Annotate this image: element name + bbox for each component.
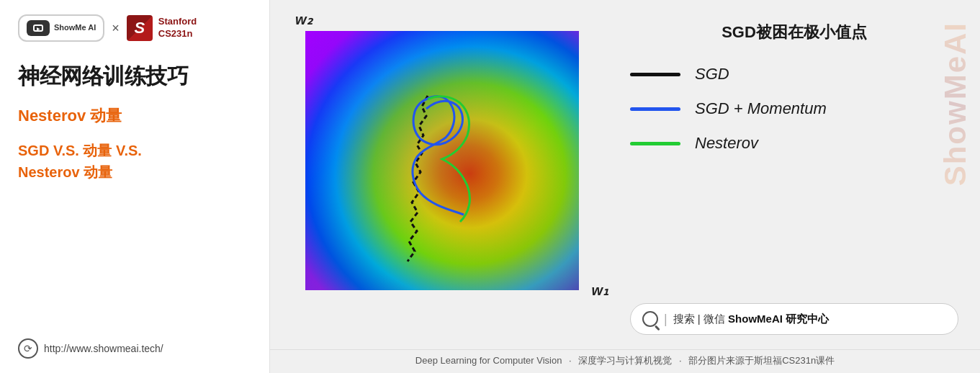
showmeai-logo-box: ShowMe AI: [18, 14, 104, 42]
subtitle-comparison: SGD V.S. 动量 V.S. Nesterov 动量: [18, 140, 251, 183]
showmeai-icon: [27, 20, 50, 36]
logo-area: ShowMe AI × S Stanford CS231n: [18, 14, 251, 42]
legend-item-sgd-momentum: SGD + Momentum: [630, 99, 958, 118]
link-text: http://www.showmeai.tech/: [44, 343, 163, 354]
legend-line-sgd: [630, 73, 680, 76]
cross-symbol: ×: [112, 21, 120, 36]
watermark: ShowMeAI: [938, 22, 973, 186]
chart-svg: [305, 31, 579, 290]
legend-item-nesterov: Nesterov: [630, 134, 958, 153]
legend-item-sgd: SGD: [630, 65, 958, 84]
bottom-link[interactable]: ⟳ http://www.showmeai.tech/: [18, 331, 251, 359]
stanford-text: Stanford CS231n: [158, 16, 197, 40]
axis-w2-label: w₂: [295, 11, 313, 28]
legend-items: SGD SGD + Momentum Nesterov: [630, 65, 958, 303]
play-icon: [33, 24, 43, 32]
legend-label-momentum: SGD + Momentum: [695, 99, 827, 118]
chart-container: w₂ w₁: [270, 0, 616, 349]
main-title: 神经网络训练技巧: [18, 62, 251, 90]
showmeai-label: ShowMe AI: [54, 23, 96, 32]
footer: Deep Learning for Computer Vision · 深度学习…: [270, 349, 980, 373]
legend-line-nesterov: [630, 142, 680, 145]
subtitle-nesterov: Nesterov 动量: [18, 106, 251, 127]
left-panel: ShowMe AI × S Stanford CS231n 神经网络训练技巧 N…: [0, 0, 270, 373]
stanford-logo: S Stanford CS231n: [127, 15, 197, 41]
legend-label-nesterov: Nesterov: [695, 134, 758, 153]
legend-title: SGD被困在极小值点: [630, 22, 958, 43]
search-bar[interactable]: | 搜索 | 微信 ShowMeAI 研究中心: [630, 303, 958, 335]
content-row: w₂ w₁: [270, 0, 980, 349]
main-area: w₂ w₁: [270, 0, 980, 373]
link-icon: ⟳: [18, 338, 38, 359]
search-icon: [642, 311, 658, 327]
legend-line-momentum: [630, 107, 680, 111]
axis-w1-label: w₁: [591, 282, 608, 299]
legend-area: ShowMeAI SGD被困在极小值点 SGD SGD + Momentum N…: [616, 0, 980, 349]
search-text: 搜索 | 微信 ShowMeAI 研究中心: [673, 313, 829, 326]
svg-rect-5: [305, 31, 579, 290]
legend-label-sgd: SGD: [695, 65, 729, 84]
stanford-s-icon: S: [127, 15, 153, 41]
chart-wrapper: w₂ w₁: [295, 11, 608, 313]
